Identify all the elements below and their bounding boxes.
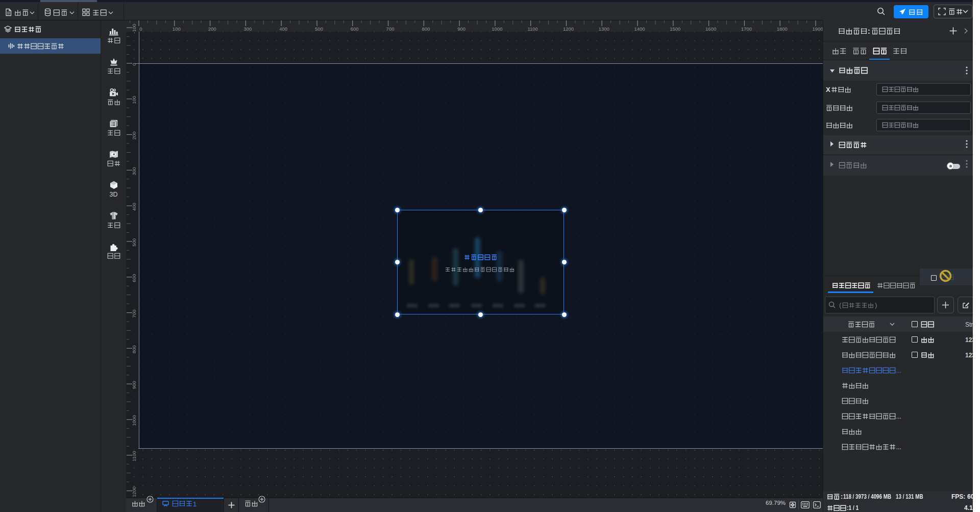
svg-text:900: 900: [131, 381, 137, 389]
svg-text:200: 200: [131, 132, 137, 140]
svg-text:1200: 1200: [131, 486, 137, 497]
svg-text:1100: 1100: [527, 26, 537, 32]
svg-text:1000: 1000: [492, 26, 502, 32]
svg-text:300: 300: [131, 167, 137, 175]
svg-text:500: 500: [315, 26, 323, 32]
svg-text:0: 0: [139, 26, 142, 32]
svg-text:100: 100: [131, 96, 137, 104]
svg-text:900: 900: [457, 26, 465, 32]
svg-text:600: 600: [351, 26, 359, 32]
svg-text:1200: 1200: [563, 26, 574, 32]
svg-text:400: 400: [279, 26, 287, 32]
svg-text:200: 200: [208, 26, 216, 32]
svg-text:1600: 1600: [705, 26, 716, 32]
svg-text:-100: -100: [131, 24, 137, 34]
svg-text:800: 800: [131, 345, 137, 353]
svg-text:500: 500: [131, 238, 137, 247]
svg-text:600: 600: [131, 274, 137, 282]
svg-text:1300: 1300: [599, 26, 609, 32]
svg-text:1000: 1000: [131, 415, 137, 426]
svg-text:400: 400: [131, 203, 137, 211]
svg-text:800: 800: [422, 26, 430, 32]
svg-text:1400: 1400: [634, 26, 645, 32]
svg-text:700: 700: [386, 26, 395, 32]
svg-text:1500: 1500: [670, 26, 680, 32]
svg-text:1900: 1900: [812, 26, 823, 32]
svg-text:1700: 1700: [741, 26, 752, 32]
svg-text:100: 100: [173, 26, 181, 32]
svg-text:1100: 1100: [131, 451, 137, 461]
svg-text:300: 300: [243, 26, 252, 32]
svg-text:700: 700: [131, 310, 137, 318]
svg-text:0: 0: [131, 63, 137, 65]
svg-text:1800: 1800: [777, 26, 788, 32]
